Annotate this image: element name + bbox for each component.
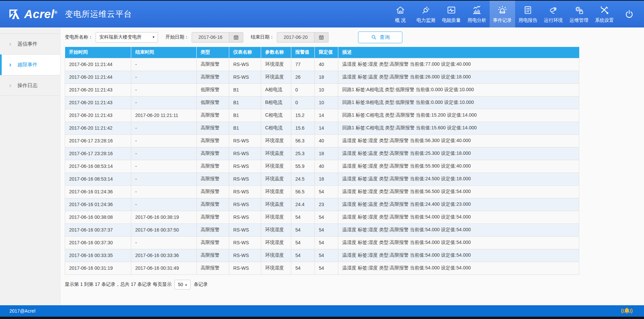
nav-item-usage-analysis[interactable]: 用电分析 [464,1,490,27]
cell-start-time: 2017-06-20 11:21:44 [65,58,131,71]
cell-description: 温湿度 标签:温度 类型:高限报警 当前值:25.300 设定值:18.000 [338,147,579,160]
nav-item-label: 用电分析 [467,17,486,23]
filter-bar: 变电所名称： 安科瑞新大楼变电所 ▼ 开始日期： 2017-06-16 结束日期… [65,27,640,47]
nav-item-settings[interactable]: 系统设置 [592,1,617,27]
cell-limit-value: 14 [315,109,338,122]
cell-type: 高限报警 [197,134,229,147]
cell-end-time: - [131,173,197,185]
cell-alarm-value: 15.2 [291,109,315,122]
cell-limit-value: 18 [315,173,338,185]
home-icon [395,5,405,15]
nav-item-maintenance[interactable]: 运维管理 [566,1,592,27]
nav-item-environment[interactable]: 运行环境 [541,1,566,27]
table-row: 2017-06-16 00:37:30-高限报警RS-WS环境湿度5454温湿度… [65,236,579,249]
cell-start-time: 2017-06-16 01:24:36 [65,198,131,211]
power-quality-icon [446,5,456,15]
sidebar-item[interactable]: ›操作日志 [0,75,60,96]
cell-param-name: 环境湿度 [261,249,291,262]
cell-param-name: 环境湿度 [261,185,291,198]
search-button[interactable]: 查询 [358,31,402,43]
nav-item-usage-report[interactable]: 用电报告 [515,1,541,27]
cell-end-time: 2017-06-16 00:33:36 [131,249,197,262]
cell-start-time: 2017-06-16 00:31:19 [65,262,131,274]
chevron-up-icon: ▲ [185,283,188,286]
nav-item-power-quality[interactable]: 电能质量 [439,1,464,27]
page-size-select[interactable]: 50 ▲ [175,280,191,290]
chevron-right-icon: › [9,82,11,89]
column-header: 限定值 [315,47,338,58]
column-header: 类型 [197,47,229,58]
notification-bell-button[interactable] [619,306,635,316]
logout-power-button[interactable] [617,1,641,27]
cell-limit-value: 54 [315,185,338,198]
cell-start-time: 2017-06-20 11:21:43 [65,109,131,122]
usage-analysis-icon [472,5,482,15]
cell-param-name: 环境湿度 [261,160,291,173]
cell-meter-name: RS-WS [229,147,261,160]
cell-param-name: C相电流 [261,122,291,134]
cell-meter-name: B1 [229,109,261,122]
station-select[interactable]: 安科瑞新大楼变电所 ▼ [96,32,158,43]
start-date-group: 2017-06-16 [192,32,243,43]
cell-start-time: 2017-06-20 11:21:43 [65,96,131,109]
cell-alarm-value: 54 [291,249,315,262]
calendar-icon [318,35,324,40]
sidebar-item[interactable]: ›遥信事件 [0,34,60,54]
cell-limit-value: 54 [315,236,338,249]
logo-text: Acrel® [24,7,57,21]
cell-limit-value: 40 [315,160,338,173]
cell-end-time: - [131,58,197,71]
cell-alarm-value: 56.5 [291,185,315,198]
cell-param-name: 环境湿度 [261,224,291,236]
table-row: 2017-06-17 23:28:16-高限报警RS-WS环境湿度56.340温… [65,134,579,147]
nav-item-power-monitor[interactable]: 电力监测 [413,1,439,27]
screen-bottom-edge [0,317,644,319]
cell-description: 温湿度 标签:湿度 类型:高限报警 当前值:55.900 设定值:40.000 [338,160,579,173]
sidebar-item[interactable]: ›越限事件 [0,54,60,75]
cell-end-time: 2017-06-16 00:37:50 [131,224,197,236]
cell-param-name: 环境湿度 [261,211,291,224]
event-log-icon [497,5,507,15]
end-date-input[interactable]: 2017-06-20 [277,33,314,42]
cell-limit-value: 54 [315,211,338,224]
cell-start-time: 2017-06-16 00:37:30 [65,236,131,249]
nav-item-home[interactable]: 概 况 [388,1,413,27]
table-row: 2017-06-16 01:24:36-高限报警RS-WS环境湿度56.554温… [65,185,579,198]
pagination-summary-suffix: 条记录 [194,281,208,288]
cell-end-time: - [131,134,197,147]
sidebar-item-label: 遥信事件 [17,41,38,47]
cell-meter-name: RS-WS [229,71,261,83]
environment-icon [548,5,558,15]
cell-start-time: 2017-06-16 08:53:14 [65,160,131,173]
cell-alarm-value: 54 [291,224,315,236]
maintenance-icon [574,5,584,15]
cell-meter-name: RS-WS [229,211,261,224]
start-date-calendar-button[interactable] [229,33,243,42]
search-button-label: 查询 [380,34,390,41]
nav-item-event-log[interactable]: 事件记录 [490,1,515,27]
cell-description: 温湿度 标签:湿度 类型:高限报警 当前值:77.000 设定值:40.000 [338,58,579,71]
cell-alarm-value: 0 [291,83,315,96]
start-date-input[interactable]: 2017-06-16 [192,33,229,42]
cell-param-name: C相电流 [261,109,291,122]
table-row: 2017-06-16 01:24:36-高限报警RS-WS环境温度24.423温… [65,198,579,211]
table-row: 2017-06-16 00:37:372017-06-16 00:37:50高限… [65,224,579,236]
cell-type: 高限报警 [197,58,229,71]
cell-alarm-value: 25.3 [291,147,315,160]
top-nav: 概 况电力监测电能质量用电分析事件记录用电报告运行环境运维管理系统设置 [388,1,641,27]
cell-type: 低限报警 [197,96,229,109]
table-row: 2017-06-16 08:53:14-高限报警RS-WS环境温度24.518温… [65,173,579,185]
cell-meter-name: RS-WS [229,185,261,198]
cell-start-time: 2017-06-16 00:33:35 [65,249,131,262]
cell-alarm-value: 26 [291,71,315,83]
end-date-calendar-button[interactable] [314,33,328,42]
cell-param-name: 环境湿度 [261,262,291,274]
cell-limit-value: 14 [315,122,338,134]
settings-icon [599,5,609,15]
sidebar: ›遥信事件›越限事件›操作日志 [0,27,60,305]
cell-alarm-value: 24.5 [291,173,315,185]
nav-item-label: 电能质量 [442,17,461,23]
calendar-icon [233,35,239,40]
cell-type: 高限报警 [197,249,229,262]
station-label: 变电所名称： [65,34,93,40]
